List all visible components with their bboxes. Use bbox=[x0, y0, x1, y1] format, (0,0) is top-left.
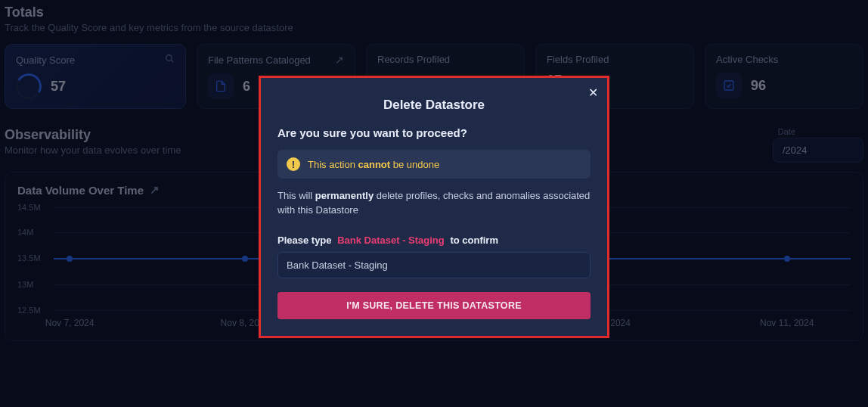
confirm-input[interactable] bbox=[277, 252, 591, 278]
modal-overlay: ✕ Delete Datastore Are you sure you want… bbox=[0, 0, 868, 407]
warning-banner: ! This action cannot be undone bbox=[277, 150, 591, 179]
modal-body: This will permanently delete profiles, c… bbox=[277, 189, 591, 218]
modal-title: Delete Datastore bbox=[277, 98, 591, 113]
delete-datastore-modal: ✕ Delete Datastore Are you sure you want… bbox=[259, 76, 609, 338]
confirm-delete-button[interactable]: I'M SURE, DELETE THIS DATASTORE bbox=[277, 292, 591, 319]
warning-icon: ! bbox=[287, 157, 300, 171]
warn-text-prefix: This action bbox=[308, 159, 358, 170]
confirm-label: Please type Bank Dataset - Staging to co… bbox=[277, 235, 591, 246]
modal-subtitle: Are you sure you want to proceed? bbox=[277, 126, 591, 139]
warn-text-suffix: be undone bbox=[390, 159, 439, 170]
close-icon[interactable]: ✕ bbox=[588, 85, 598, 100]
warn-text-strong: cannot bbox=[358, 159, 390, 170]
confirm-target: Bank Dataset - Staging bbox=[334, 235, 448, 246]
